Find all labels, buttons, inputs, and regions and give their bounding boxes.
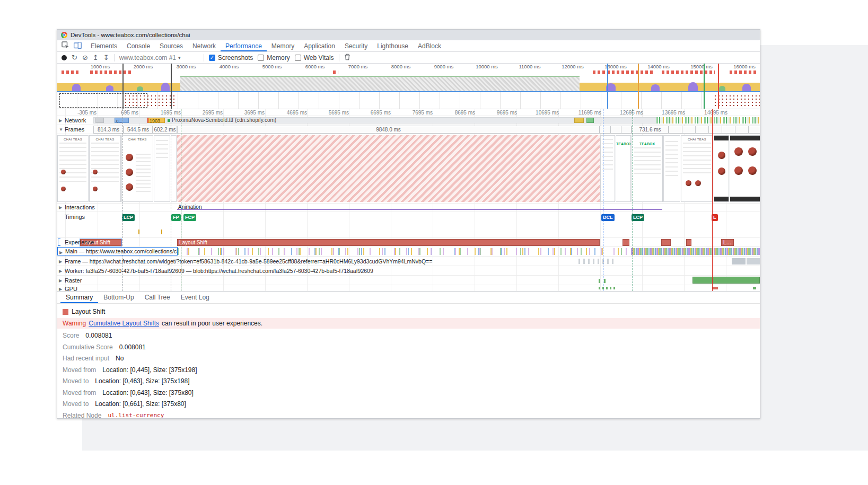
flamechart-tracks[interactable]: -305 ms 695 ms 1695 ms 2695 ms 3695 ms 4… <box>57 109 760 291</box>
network-request-chip[interactable]: c... <box>115 118 129 123</box>
network-font-request-label[interactable]: ProximaNova-Semibold.ttf (cdn.shopify.co… <box>172 117 276 123</box>
profile-select[interactable]: www.teabox.com #1 ▾ <box>119 54 199 61</box>
timings-track-label[interactable]: Timings <box>65 214 85 220</box>
lcp-badge[interactable]: LCP <box>122 214 135 221</box>
record-button[interactable] <box>62 55 67 60</box>
worker-track[interactable]: ▶ Worker: fa3fa257-6030-427b-baf5-f718aa… <box>57 266 760 276</box>
long-frame-region[interactable] <box>177 135 600 202</box>
filmstrip-thumbnail[interactable]: CHAI TEAS <box>89 135 121 202</box>
network-request-chip[interactable] <box>574 118 584 123</box>
frame-duration-segment[interactable]: 814.3 ms <box>93 126 124 134</box>
fcp-badge[interactable]: FCP <box>183 214 196 221</box>
experience-track-label[interactable]: Experience <box>65 239 94 245</box>
layout-shift-event[interactable] <box>622 239 629 246</box>
layout-shift-event[interactable] <box>686 239 691 246</box>
clear-recording-icon[interactable]: ⊘ <box>82 54 88 61</box>
chevron-down-icon[interactable]: ▼ <box>59 127 63 132</box>
filmstrip-thumbnail[interactable] <box>663 135 680 202</box>
tab-security[interactable]: Security <box>340 40 372 51</box>
tab-network[interactable]: Network <box>188 40 221 51</box>
timestamp-tick <box>138 230 139 234</box>
worker-track-label[interactable]: Worker: fa3fa257-6030-427b-baf5-f718aaf9… <box>65 268 373 274</box>
tab-bottom-up[interactable]: Bottom-Up <box>98 292 139 303</box>
interactions-track[interactable]: ▶ Interactions Animation <box>57 204 760 211</box>
network-request-chip[interactable] <box>586 118 594 123</box>
timeline-overview[interactable]: 1000 ms 2000 ms 3000 ms 4000 ms 5000 ms … <box>57 64 760 109</box>
iframe-activity-bar <box>732 258 746 264</box>
gpu-track-label[interactable]: GPU <box>65 286 77 291</box>
network-track-label[interactable]: Network <box>65 117 86 124</box>
inspect-element-icon[interactable] <box>62 41 69 51</box>
reload-and-record-icon[interactable]: ↻ <box>72 54 77 61</box>
filmstrip-thumbnail[interactable] <box>730 135 760 202</box>
chevron-right-icon[interactable]: ▶ <box>59 278 62 283</box>
tab-performance[interactable]: Performance <box>221 40 267 51</box>
devtools-window: DevTools - www.teabox.com/collections/ch… <box>57 29 760 419</box>
screenshots-checkbox[interactable]: Screenshots <box>209 54 253 61</box>
network-request-chip[interactable] <box>95 118 104 123</box>
frame-duration-segment[interactable]: 602.2 ms <box>153 126 177 134</box>
gpu-track[interactable]: ▶ GPU <box>57 285 760 291</box>
layout-shift-event[interactable]: L… <box>721 239 734 246</box>
tab-console[interactable]: Console <box>122 40 155 51</box>
dcl-guide-line <box>603 109 603 291</box>
chevron-right-icon[interactable]: ▶ <box>59 259 62 264</box>
raster-track[interactable]: ▶ Raster <box>57 276 760 285</box>
chevron-right-icon[interactable]: ▶ <box>59 249 63 255</box>
chevron-right-icon[interactable]: ▶ <box>59 205 62 210</box>
main-track-header[interactable]: ▶ Main — https://www.teabox.com/collecti… <box>57 247 178 255</box>
filmstrip-thumbnail[interactable]: CHAI TEAS <box>681 135 713 202</box>
trash-icon[interactable] <box>344 54 350 62</box>
frame-duration-segment[interactable]: 731.6 ms <box>632 126 669 134</box>
filmstrip-thumbnail[interactable]: CHAI TEAS <box>121 135 153 202</box>
load-profile-icon[interactable]: ↥ <box>93 54 99 61</box>
animation-event-label[interactable]: Animation <box>178 204 201 210</box>
chevron-right-icon[interactable]: ▶ <box>59 118 62 123</box>
tab-lighthouse[interactable]: Lighthouse <box>372 40 413 51</box>
interactions-track-label[interactable]: Interactions <box>65 204 95 210</box>
raster-task-bar[interactable] <box>692 277 760 284</box>
chevron-right-icon[interactable]: ▶ <box>59 269 62 274</box>
tab-call-tree[interactable]: Call Tree <box>139 292 176 303</box>
tab-event-log[interactable]: Event Log <box>176 292 215 303</box>
timings-track[interactable]: Timings LCP FP FCP DCL LCP L <box>57 211 760 224</box>
filmstrip-thumbnail[interactable]: CHAI TEAS <box>57 135 89 202</box>
web-vitals-checkbox[interactable]: Web Vitals <box>295 54 334 61</box>
layout-shift-event[interactable] <box>661 239 671 246</box>
window-handle-left[interactable] <box>122 64 124 109</box>
fp-badge[interactable]: FP <box>171 214 181 221</box>
filmstrip-thumbnail[interactable]: TEABOX <box>632 135 663 202</box>
save-profile-icon[interactable]: ↧ <box>103 54 109 61</box>
frames-track-label[interactable]: Frames <box>65 126 84 133</box>
cls-doc-link[interactable]: Cumulative Layout Shifts <box>89 320 159 327</box>
device-toolbar-icon[interactable] <box>74 42 82 50</box>
network-track[interactable]: ▶ Network c... 1903 ProximaNova-Semibold… <box>57 116 760 125</box>
filmstrip-thumbnail[interactable] <box>154 135 170 202</box>
iframe-track[interactable]: ▶ Frame — https://wchat.freshchat.com/wi… <box>57 257 760 266</box>
filmstrip-thumbnail[interactable] <box>714 135 729 202</box>
frames-track[interactable]: ▼ Frames 814.3 ms 544.5 ms 602.2 ms 9848… <box>57 125 760 134</box>
layout-shift-event[interactable]: Layout Shift <box>177 239 600 246</box>
tab-memory[interactable]: Memory <box>267 40 299 51</box>
window-handle-right[interactable] <box>171 64 172 109</box>
main-thread-track[interactable]: ▶ Main — https://www.teabox.com/collecti… <box>57 247 760 257</box>
iframe-track-label[interactable]: Frame — https://wchat.freshchat.com/widg… <box>65 258 432 264</box>
chevron-right-icon[interactable]: ▶ <box>59 287 62 291</box>
memory-checkbox[interactable]: Memory <box>258 54 290 61</box>
raster-track-label[interactable]: Raster <box>65 277 82 284</box>
frame-duration-segment[interactable]: 9848.0 ms <box>177 126 600 134</box>
tab-adblock[interactable]: AdBlock <box>413 40 446 51</box>
tab-sources[interactable]: Sources <box>155 40 188 51</box>
tab-application[interactable]: Application <box>299 40 340 51</box>
frame-duration-segment[interactable] <box>669 126 760 134</box>
tab-elements[interactable]: Elements <box>86 40 122 51</box>
network-request-chip[interactable]: 1903 <box>147 118 165 123</box>
frame-duration-segment[interactable]: 544.5 ms <box>124 126 153 134</box>
tab-summary[interactable]: Summary <box>60 292 98 303</box>
frame-duration-segment[interactable] <box>600 126 632 134</box>
related-node-link[interactable]: ul.list-currency <box>108 412 164 419</box>
filmstrip-thumbnail[interactable] <box>171 135 177 202</box>
lcp-badge[interactable]: LCP <box>632 214 644 221</box>
filmstrip-thumbnail[interactable]: TEABOX <box>616 135 631 202</box>
experience-track[interactable]: Layout Shift Experience Layout Shift L… <box>57 238 760 247</box>
